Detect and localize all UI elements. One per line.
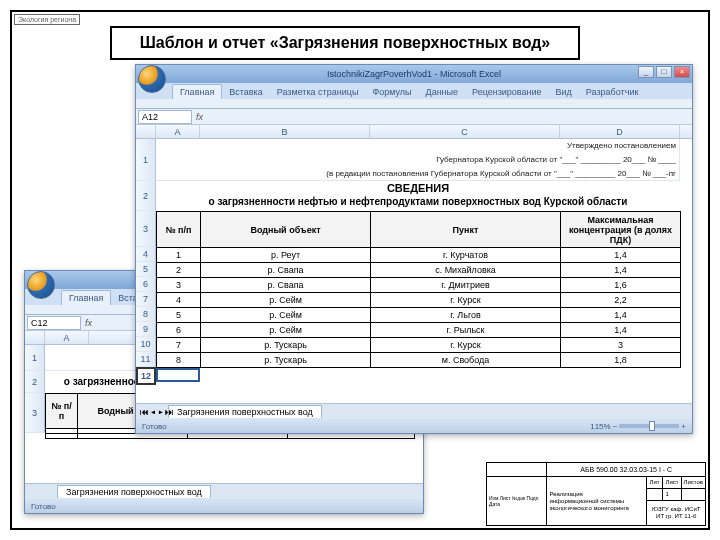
th-pt: Пункт	[371, 212, 561, 248]
th-obj: Водный объект	[201, 212, 371, 248]
table-row: 2р. Свапас. Михайловка1,4	[157, 263, 681, 278]
col-A[interactable]: A	[156, 125, 200, 138]
maximize-button[interactable]: □	[656, 66, 672, 78]
office-button[interactable]	[27, 271, 55, 299]
doc-header-line: Утверждено постановлением	[159, 139, 676, 153]
doc-header-line: (в редакции постановления Губернатора Ку…	[159, 167, 676, 181]
table-row: 8р. Тускарьм. Свобода1,8	[157, 353, 681, 368]
table-row: 4р. Сеймг. Курск2,2	[157, 293, 681, 308]
sheet-tabs: ⏮◀▶⏭ Загрязнения поверхностных вод	[136, 403, 692, 419]
col-A[interactable]: A	[45, 331, 89, 344]
tab-data[interactable]: Данные	[419, 85, 466, 99]
excel-window-report: IstochnikiZagrPoverhVod1 - Microsoft Exc…	[135, 64, 693, 434]
active-cell-row[interactable]: 12	[136, 367, 156, 385]
row-head[interactable]: 2	[136, 181, 156, 211]
tab-review[interactable]: Рецензирование	[465, 85, 549, 99]
sheet-tabs: Загрязнения поверхностных вод	[25, 483, 423, 499]
table-row: 3р. Свапаг. Дмитриев1,6	[157, 278, 681, 293]
corner-tag: Экология региона	[14, 14, 80, 25]
doc-subtitle: о загрязненности нефтью и нефтепродуктам…	[159, 195, 677, 209]
row-head[interactable]: 10	[136, 337, 156, 352]
zoom-value: 115%	[590, 422, 610, 431]
ribbon-tabs: Главная Вставка Разметка страницы Формул…	[136, 83, 692, 99]
row-head[interactable]: 7	[136, 292, 156, 307]
page-title: Шаблон и отчет «Загрязнения поверхностны…	[110, 26, 580, 60]
th-num: № п/п	[46, 394, 78, 429]
col-C[interactable]: C	[370, 125, 560, 138]
tab-home[interactable]: Главная	[172, 84, 222, 99]
tab-home[interactable]: Главная	[61, 290, 111, 305]
col-D[interactable]: D	[560, 125, 680, 138]
fx-label: fx	[85, 318, 92, 328]
row-head[interactable]: 1	[136, 139, 156, 181]
tab-developer[interactable]: Разработчик	[579, 85, 645, 99]
row-head[interactable]: 9	[136, 322, 156, 337]
tab-nav-icons[interactable]: ⏮◀▶⏭	[140, 407, 176, 417]
th-val: Максимальная концентрация (в долях ПДК)	[561, 212, 681, 248]
table-row: 5р. Сеймг. Льгов1,4	[157, 308, 681, 323]
row-head[interactable]: 5	[136, 262, 156, 277]
sheet-area[interactable]: A B C D 1 Утверждено постановлением Губе…	[136, 125, 692, 403]
tab-layout[interactable]: Разметка страницы	[270, 85, 366, 99]
select-all[interactable]	[25, 331, 45, 344]
zoom-slider[interactable]	[619, 424, 679, 428]
row-head[interactable]: 11	[136, 352, 156, 367]
data-table: № п/п Водный объект Пункт Максимальная к…	[156, 211, 681, 368]
row-head[interactable]: 2	[25, 371, 45, 393]
row-head[interactable]: 8	[136, 307, 156, 322]
th-num: № п/п	[157, 212, 201, 248]
row-head[interactable]: 4	[136, 247, 156, 262]
doc-title: СВЕДЕНИЯ	[159, 181, 677, 195]
zoom-in-icon[interactable]: +	[681, 422, 686, 431]
name-box[interactable]: A12	[138, 110, 192, 124]
table-row: 6р. Сеймг. Рыльск1,4	[157, 323, 681, 338]
status: Готово	[31, 502, 56, 511]
tab-view[interactable]: Вид	[549, 85, 579, 99]
ribbon-body	[136, 99, 692, 109]
select-all[interactable]	[136, 125, 156, 138]
active-cell[interactable]	[156, 368, 200, 382]
window-title: IstochnikiZagrPoverhVod1 - Microsoft Exc…	[327, 69, 501, 79]
sheet-tab[interactable]: Загрязнения поверхностных вод	[57, 485, 211, 498]
table-row: 1р. Реутг. Курчатов1,4	[157, 248, 681, 263]
tab-formulas[interactable]: Формулы	[365, 85, 418, 99]
row-head[interactable]: 3	[25, 393, 45, 433]
name-box[interactable]: C12	[27, 316, 81, 330]
window-titlebar[interactable]: IstochnikiZagrPoverhVod1 - Microsoft Exc…	[136, 65, 692, 83]
zoom-out-icon[interactable]: −	[613, 422, 618, 431]
sheet-tab[interactable]: Загрязнения поверхностных вод	[168, 405, 322, 418]
doc-header-line: Губернатора Курской области от "___" ___…	[159, 153, 676, 167]
col-B[interactable]: B	[200, 125, 370, 138]
status: Готово	[142, 422, 167, 431]
tab-insert[interactable]: Вставка	[222, 85, 269, 99]
zoom-control[interactable]: 115% − +	[590, 422, 686, 431]
close-button[interactable]: ×	[674, 66, 690, 78]
row-head[interactable]: 3	[136, 211, 156, 247]
table-row: 7р. Тускарьг. Курск3	[157, 338, 681, 353]
minimize-button[interactable]: _	[638, 66, 654, 78]
row-head[interactable]: 6	[136, 277, 156, 292]
stamp-code: АБВ 590.00 32.03.03-15 I - С	[547, 463, 706, 477]
office-button[interactable]	[138, 65, 166, 93]
title-block-stamp: АБВ 590.00 32.03.03-15 I - С Изм Лист №д…	[486, 462, 706, 526]
fx-label: fx	[196, 112, 203, 122]
row-head[interactable]: 1	[25, 345, 45, 371]
